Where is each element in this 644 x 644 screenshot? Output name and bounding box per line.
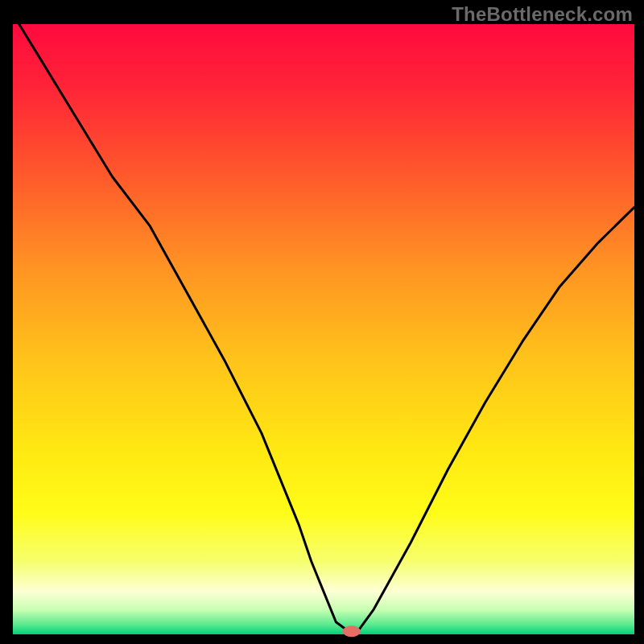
optimal-point-marker (343, 625, 361, 637)
plot-background (13, 24, 634, 634)
chart-canvas (0, 0, 644, 644)
watermark-text: TheBottleneck.com (452, 3, 633, 26)
bottleneck-chart: TheBottleneck.com (0, 0, 644, 644)
